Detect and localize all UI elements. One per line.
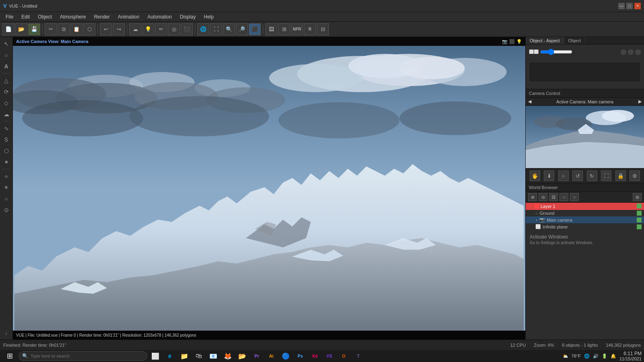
- xd-button[interactable]: Xd: [308, 351, 321, 361]
- particles-tool[interactable]: ⁕: [1, 157, 12, 167]
- wb-chain3-btn[interactable]: ○: [570, 193, 579, 201]
- illustrator-button[interactable]: Ai: [265, 351, 278, 361]
- cam-rotate-right[interactable]: ↻: [587, 171, 597, 181]
- cam-hand-tool[interactable]: 🖐: [530, 171, 540, 181]
- globe-button[interactable]: 🌐: [197, 23, 209, 35]
- new-button[interactable]: 📄: [2, 23, 14, 35]
- brush-tool[interactable]: ∿: [1, 123, 12, 134]
- wb-item-main-camera[interactable]: + 📷 Main camera: [526, 216, 644, 223]
- start-button[interactable]: ⊞: [2, 351, 17, 361]
- box-tool[interactable]: ⬡: [1, 146, 12, 156]
- firefox-button[interactable]: 🦊: [221, 351, 234, 361]
- animation-button[interactable]: ⬛: [181, 23, 193, 35]
- render-button[interactable]: R: [304, 23, 316, 35]
- teams-button[interactable]: T: [352, 351, 365, 361]
- premiere-button[interactable]: Pr: [250, 351, 263, 361]
- open-button[interactable]: 📂: [15, 23, 27, 35]
- zoom-in-button[interactable]: 🔍: [223, 23, 235, 35]
- search-input[interactable]: [31, 354, 144, 358]
- menu-help[interactable]: Help: [200, 13, 218, 21]
- wb-layers-btn[interactable]: ⊞: [633, 193, 642, 201]
- photoshop-button[interactable]: Ps: [294, 351, 307, 361]
- npr-button[interactable]: NPR: [291, 23, 303, 35]
- wb-unlink-btn[interactable]: ⊖: [539, 193, 547, 201]
- cam-frame-tool[interactable]: ⛶: [601, 171, 611, 181]
- titlebar-controls[interactable]: — □ ✕: [618, 3, 641, 9]
- batch-render-button[interactable]: ⊟: [317, 23, 329, 35]
- cam-lock-tool[interactable]: 🔒: [615, 171, 626, 181]
- wb-link-btn[interactable]: ⊕: [528, 193, 537, 201]
- render-to-file-button[interactable]: 🖼: [265, 23, 277, 35]
- menu-automation[interactable]: Automation: [143, 13, 176, 21]
- files-button[interactable]: 📂: [236, 351, 249, 361]
- paste-special-button[interactable]: ⬡: [83, 23, 95, 35]
- search-bar[interactable]: 🔍: [19, 351, 147, 361]
- redo-button[interactable]: ↪: [113, 23, 125, 35]
- circle-tool[interactable]: ○: [1, 193, 12, 204]
- cam-orbit-tool[interactable]: ○: [558, 171, 569, 181]
- menu-object[interactable]: Object: [34, 13, 56, 21]
- spiral-tool[interactable]: ⟳: [1, 86, 12, 97]
- light-button[interactable]: 💡: [142, 23, 154, 35]
- cloud-tool[interactable]: ☁: [1, 109, 12, 119]
- explorer-button[interactable]: 📁: [178, 351, 191, 361]
- cam-settings-tool[interactable]: ⚙: [630, 171, 640, 181]
- save-button[interactable]: 💾: [28, 23, 40, 35]
- tab-object-aspect[interactable]: Object - Aspect: [526, 37, 564, 44]
- task-view-button[interactable]: ⬜: [149, 351, 162, 361]
- text-tool[interactable]: A: [1, 61, 12, 72]
- scroll-down[interactable]: ↓: [1, 327, 12, 338]
- sun-tool[interactable]: ☀: [1, 182, 12, 193]
- wb-chain2-btn[interactable]: ○: [559, 193, 568, 201]
- wb-item-infinite-plane[interactable]: ⬜ Infinite plane: [526, 223, 644, 230]
- paint-button[interactable]: ✏: [155, 23, 167, 35]
- office-button[interactable]: O: [337, 351, 350, 361]
- oa-slider[interactable]: [540, 49, 572, 55]
- curve-tool[interactable]: S: [1, 134, 12, 145]
- maximize-button[interactable]: □: [626, 3, 633, 9]
- camera-view-button[interactable]: ⬛: [249, 23, 261, 35]
- wb-chain-btn[interactable]: ⛓: [549, 193, 558, 201]
- menu-render[interactable]: Render: [90, 13, 114, 21]
- minimize-button[interactable]: —: [618, 3, 625, 9]
- copy-button[interactable]: ⧉: [58, 23, 70, 35]
- select-tool[interactable]: ↖: [1, 39, 12, 49]
- cam-next-btn[interactable]: ▶: [638, 99, 642, 104]
- tab-object[interactable]: Object: [564, 37, 586, 44]
- undo-button[interactable]: ↩: [100, 23, 112, 35]
- store-button[interactable]: 🛍: [192, 351, 205, 361]
- cam-down-tool[interactable]: ⬇: [544, 171, 554, 181]
- viewport-camera-icon[interactable]: 📷: [502, 39, 508, 44]
- render-preview-button[interactable]: ⊞: [278, 23, 290, 35]
- paste-button[interactable]: 📋: [70, 23, 83, 35]
- notification-icon: 🔔: [611, 354, 616, 359]
- fullscreen-button[interactable]: ⛶: [210, 23, 222, 35]
- vs-button[interactable]: VS: [323, 351, 336, 361]
- zoom-out-button[interactable]: 🔎: [236, 23, 248, 35]
- menu-atmosphere[interactable]: Atmosphere: [56, 13, 90, 21]
- atmosphere-button[interactable]: ☁: [129, 23, 141, 35]
- cam-rotate-left[interactable]: ↺: [572, 171, 583, 181]
- cut-button[interactable]: ✂: [45, 23, 57, 35]
- close-button[interactable]: ✕: [634, 3, 641, 9]
- wb-layer-1[interactable]: ▼ Layer 1: [526, 203, 644, 210]
- viewport-options-icon[interactable]: 💡: [516, 39, 522, 44]
- circle2-tool[interactable]: ⊙: [1, 205, 12, 215]
- mail-button[interactable]: 📧: [207, 351, 220, 361]
- blender-button[interactable]: 🔵: [279, 351, 292, 361]
- cam-prev-btn[interactable]: ◀: [528, 99, 531, 104]
- viewport-display-icon[interactable]: ⬛: [509, 39, 515, 44]
- menu-animation[interactable]: Animation: [114, 13, 143, 21]
- paint2-tool[interactable]: ⟡: [1, 171, 12, 181]
- clock[interactable]: 6:11 PM 11/15/2021: [619, 351, 642, 361]
- wb-item-ground[interactable]: ○ Ground: [526, 210, 644, 216]
- orbit-tool[interactable]: ○: [1, 50, 12, 60]
- material-button[interactable]: ◎: [168, 23, 180, 35]
- menu-file[interactable]: File: [2, 13, 17, 21]
- menu-edit[interactable]: Edit: [17, 13, 34, 21]
- viewport-scene[interactable]: [13, 46, 525, 331]
- eraser-tool[interactable]: ◇: [1, 98, 12, 108]
- edge-button[interactable]: e: [163, 351, 176, 361]
- polygon-tool[interactable]: △: [1, 75, 12, 86]
- menu-display[interactable]: Display: [176, 13, 200, 21]
